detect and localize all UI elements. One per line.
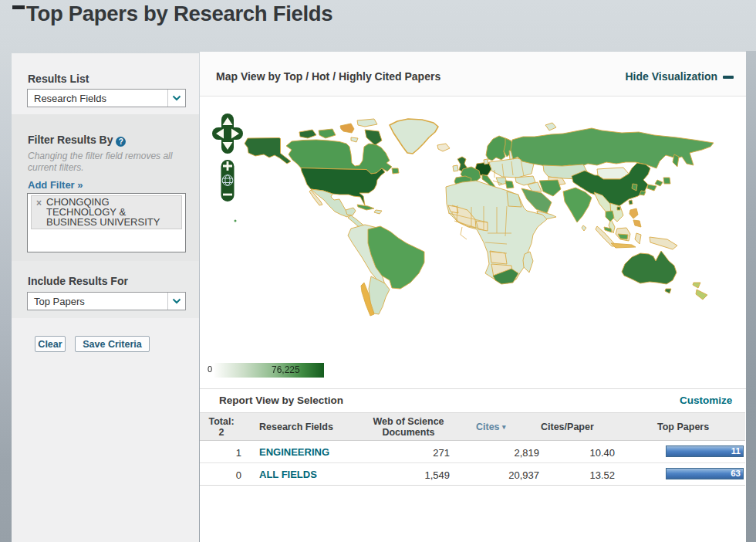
svg-text:0: 0: [208, 364, 212, 374]
svg-text:76,225: 76,225: [272, 364, 300, 375]
